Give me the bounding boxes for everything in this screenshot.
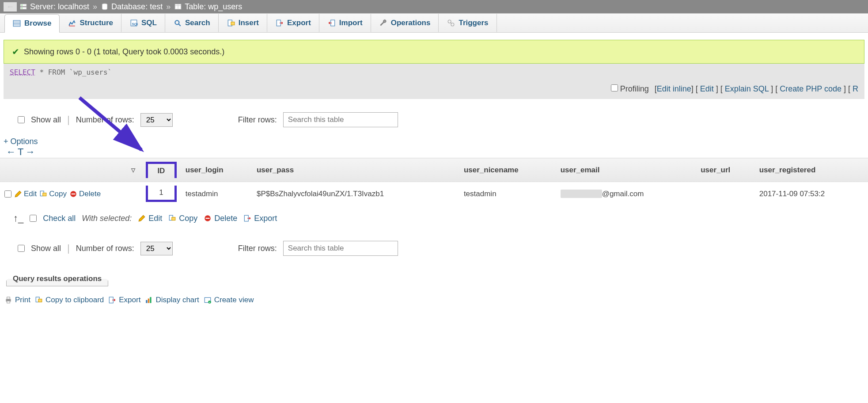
crumb-server[interactable]: Server: localhost: [30, 2, 89, 11]
up-arrow-icon: ↑_: [13, 213, 23, 224]
profiling-checkbox[interactable]: [611, 84, 618, 91]
delete-icon: [69, 190, 77, 198]
svg-line-16: [178, 24, 181, 26]
show-all-checkbox-bottom[interactable]: [18, 245, 25, 252]
tab-triggers-label: Triggers: [459, 19, 488, 27]
with-selected-label: With selected:: [82, 214, 132, 223]
tab-export[interactable]: Export: [267, 14, 319, 32]
col-user-url[interactable]: user_url: [696, 158, 755, 182]
num-rows-select-bottom[interactable]: 25: [140, 242, 173, 255]
breadcrumb: ← Server: localhost » Database: test » T…: [0, 0, 868, 13]
pencil-icon: [138, 214, 146, 222]
crumb-sep: »: [93, 2, 97, 11]
tab-search-label: Search: [185, 19, 210, 27]
show-all-checkbox[interactable]: [18, 116, 25, 123]
tab-import-label: Import: [339, 19, 363, 27]
display-chart-link[interactable]: Display chart: [145, 296, 199, 304]
col-user-nicename[interactable]: user_nicename: [459, 158, 556, 182]
view-icon: +: [204, 296, 212, 304]
row-edit-link[interactable]: Edit: [14, 190, 37, 198]
svg-rect-30: [172, 217, 175, 221]
svg-point-2: [22, 5, 23, 6]
col-id[interactable]: ID: [141, 158, 181, 182]
tab-insert[interactable]: Insert: [219, 14, 267, 32]
qops-export-link[interactable]: Export: [108, 296, 140, 304]
filter-rows-label: Filter rows:: [238, 115, 277, 125]
refresh-link[interactable]: R: [853, 84, 858, 93]
tab-sql[interactable]: SQL SQL: [121, 14, 165, 32]
row-delete-link[interactable]: Delete: [69, 190, 101, 198]
bulk-export-link[interactable]: Export: [243, 214, 277, 223]
crumb-database[interactable]: Database: test: [111, 2, 163, 11]
cell-user-registered: 2017-11-09 07:53:2: [755, 182, 868, 206]
tab-browse-label: Browse: [24, 19, 51, 28]
tab-export-label: Export: [287, 19, 311, 27]
check-all-checkbox[interactable]: [30, 215, 37, 222]
qops-legend: Query results operations: [7, 272, 108, 286]
col-user-email[interactable]: user_email: [556, 158, 697, 182]
bulk-copy-link[interactable]: Copy: [168, 214, 197, 223]
col-id-label: ID: [146, 162, 177, 178]
back-arrow-button[interactable]: ←: [4, 2, 17, 11]
tab-search[interactable]: Search: [165, 14, 219, 32]
filter-rows-input-bottom[interactable]: [283, 241, 398, 256]
tab-bar: Browse Structure SQL SQL Search Insert E…: [0, 13, 868, 33]
browse-icon: [13, 19, 21, 27]
cell-user-nicename: testadmin: [459, 182, 556, 206]
profiling-label[interactable]: Profiling: [620, 84, 649, 93]
export-icon: [243, 214, 251, 222]
divider: |: [67, 243, 70, 254]
tab-insert-label: Insert: [239, 19, 259, 27]
crumb-table[interactable]: Table: wp_users: [185, 2, 242, 11]
num-rows-select[interactable]: 25: [140, 113, 173, 127]
create-php-link[interactable]: Create PHP code: [780, 84, 841, 93]
check-all-link[interactable]: Check all: [43, 214, 76, 223]
qops-links-row: Print Copy to clipboard Export Display c…: [0, 292, 868, 308]
row-controls-bottom: Show all | Number of rows: 25 Filter row…: [0, 228, 868, 263]
results-table-wrap: ←T→ ▽ ID user_login user_pass user_nicen…: [0, 146, 868, 205]
svg-rect-0: [20, 4, 27, 6]
col-user-login[interactable]: user_login: [181, 158, 252, 182]
table-icon: [174, 3, 182, 11]
sort-indicator-icon[interactable]: ▽: [131, 167, 135, 173]
column-resize-indicator[interactable]: ←T→: [0, 146, 868, 158]
cell-user-login: testadmin: [181, 182, 252, 206]
create-view-link[interactable]: +Create view: [204, 296, 254, 304]
wrench-icon: [379, 19, 387, 27]
svg-rect-1: [20, 7, 27, 9]
tab-triggers[interactable]: Triggers: [439, 14, 497, 32]
row-copy-link[interactable]: Copy: [39, 190, 67, 198]
edit-query-link[interactable]: Edit: [700, 84, 714, 93]
search-icon: [174, 19, 182, 27]
svg-rect-42: [150, 297, 152, 303]
col-user-pass[interactable]: user_pass: [252, 158, 459, 182]
divider: |: [67, 114, 70, 125]
show-all-label: Show all: [31, 115, 61, 125]
print-link[interactable]: Print: [4, 296, 30, 304]
copy-clipboard-link[interactable]: Copy to clipboard: [35, 296, 104, 304]
sql-rest: * FROM `wp_users`: [35, 68, 112, 76]
row-checkbox[interactable]: [4, 190, 11, 198]
filter-rows-label: Filter rows:: [238, 244, 277, 253]
triggers-icon: [447, 19, 455, 27]
col-user-registered[interactable]: user_registered: [755, 158, 868, 182]
cell-user-pass: $P$BsZhalyvcfolai49unZX/1.T3Ivazb1: [252, 182, 459, 206]
tab-browse[interactable]: Browse: [4, 14, 60, 33]
tab-operations[interactable]: Operations: [371, 14, 439, 32]
bulk-delete-link[interactable]: Delete: [204, 214, 237, 223]
actions-header: ▽: [0, 158, 141, 182]
svg-rect-38: [38, 299, 42, 302]
sql-query-display: SELECT * FROM `wp_users`: [4, 64, 864, 81]
checkmark-icon: ✔: [12, 46, 19, 57]
crumb-sep: »: [166, 2, 171, 11]
edit-inline-link[interactable]: Edit inline: [657, 84, 691, 93]
tab-structure[interactable]: Structure: [60, 14, 121, 32]
tab-sql-label: SQL: [141, 19, 157, 27]
filter-rows-input[interactable]: [283, 112, 398, 127]
bulk-edit-link[interactable]: Edit: [138, 214, 162, 223]
svg-rect-26: [43, 193, 46, 196]
cell-id: 1: [141, 182, 181, 206]
explain-sql-link[interactable]: Explain SQL: [725, 84, 769, 93]
tab-import[interactable]: Import: [319, 14, 371, 32]
printer-icon: [4, 296, 12, 304]
